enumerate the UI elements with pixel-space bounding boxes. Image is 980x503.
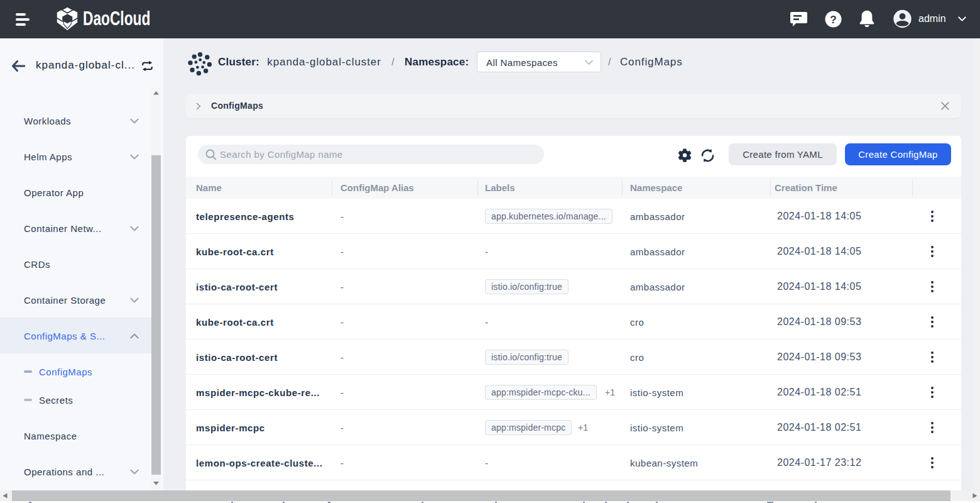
svg-text:?: ? xyxy=(830,14,836,26)
